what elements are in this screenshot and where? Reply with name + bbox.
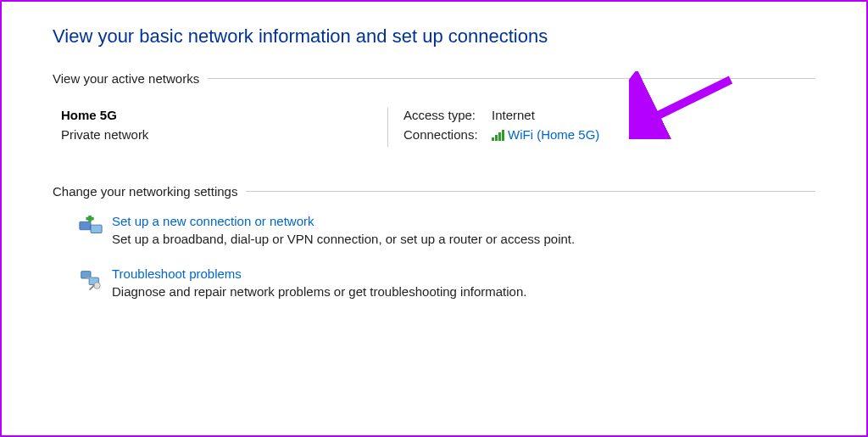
section-header-label: Change your networking settings bbox=[53, 184, 237, 199]
wifi-signal-icon bbox=[492, 129, 504, 141]
wifi-connection-link[interactable]: WiFi (Home 5G) bbox=[508, 127, 599, 142]
page-title: View your basic network information and … bbox=[53, 25, 815, 48]
troubleshoot-link[interactable]: Troubleshoot problems bbox=[112, 266, 242, 281]
svg-rect-4 bbox=[81, 272, 91, 278]
active-network-panel: Home 5G Private network Access type: Int… bbox=[53, 101, 815, 167]
troubleshoot-desc: Diagnose and repair network problems or … bbox=[112, 284, 815, 299]
svg-rect-1 bbox=[91, 225, 102, 233]
active-networks-header: View your active networks bbox=[53, 71, 815, 86]
access-type-label: Access type: bbox=[403, 108, 492, 122]
svg-rect-0 bbox=[80, 221, 91, 229]
setting-item-troubleshoot: Troubleshoot problems Diagnose and repai… bbox=[53, 266, 815, 299]
network-name: Home 5G bbox=[61, 108, 387, 122]
svg-rect-3 bbox=[88, 216, 92, 222]
setup-connection-icon bbox=[78, 214, 103, 239]
setup-connection-desc: Set up a broadband, dial-up or VPN conne… bbox=[112, 232, 815, 246]
settings-header: Change your networking settings bbox=[53, 184, 815, 199]
vertical-divider bbox=[387, 108, 388, 147]
setup-connection-link[interactable]: Set up a new connection or network bbox=[112, 214, 314, 228]
setting-item-setup: Set up a new connection or network Set u… bbox=[53, 214, 815, 246]
network-info-left: Home 5G Private network bbox=[61, 108, 387, 147]
connections-label: Connections: bbox=[403, 127, 492, 142]
network-info-right: Access type: Internet Connections: WiFi … bbox=[403, 108, 815, 147]
section-divider bbox=[246, 191, 815, 192]
section-header-label: View your active networks bbox=[53, 71, 199, 86]
svg-point-6 bbox=[94, 283, 101, 289]
access-type-value: Internet bbox=[492, 108, 535, 122]
section-divider bbox=[208, 78, 815, 79]
troubleshoot-icon bbox=[78, 266, 103, 292]
network-type: Private network bbox=[61, 127, 387, 142]
